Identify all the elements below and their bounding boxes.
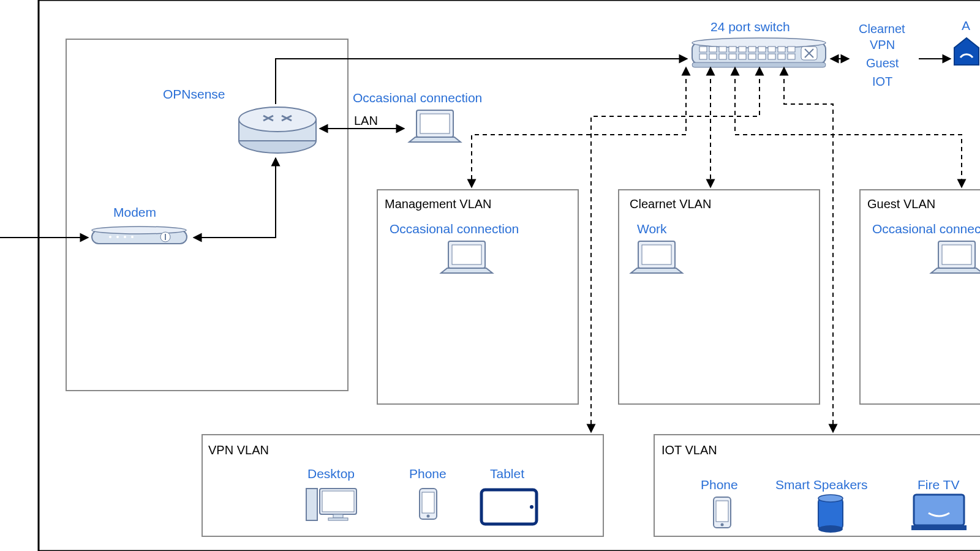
svg-point-2 (109, 236, 111, 238)
svg-point-3 (116, 236, 119, 238)
svg-point-4 (124, 236, 126, 238)
svg-rect-46 (333, 514, 343, 518)
svg-point-50 (427, 515, 430, 518)
svg-rect-59 (914, 495, 964, 525)
svg-rect-28 (739, 54, 746, 59)
laptop-icon-clearnet (631, 241, 682, 273)
svg-rect-16 (719, 47, 726, 52)
switch-icon (692, 38, 826, 67)
tablet-label: Tablet (490, 467, 524, 481)
ap-label: A (962, 18, 970, 33)
clearnet-vlan-title: Clearnet VLAN (630, 197, 711, 211)
laptop-icon-lan (409, 110, 461, 142)
svg-rect-40 (642, 245, 671, 264)
trunk-0: Clearnet (859, 22, 905, 36)
access-point-icon (954, 38, 979, 65)
svg-rect-32 (778, 54, 785, 59)
occ-lan-label: Occasional connection (353, 91, 482, 105)
svg-rect-14 (699, 47, 707, 52)
router-icon (239, 107, 316, 153)
phone-vpn-label: Phone (409, 467, 447, 481)
svg-rect-47 (328, 518, 348, 520)
svg-rect-23 (788, 47, 795, 52)
tv-icon (911, 495, 967, 530)
opnsense-label: OPNsense (163, 87, 225, 102)
laptop-icon-guest (931, 241, 980, 273)
edge-switch-mgmt (472, 71, 686, 184)
svg-point-55 (721, 523, 724, 527)
svg-rect-45 (322, 491, 354, 512)
svg-point-1 (92, 227, 186, 234)
svg-rect-30 (758, 54, 766, 59)
desktop-label: Desktop (307, 467, 355, 481)
svg-point-58 (818, 525, 843, 533)
svg-rect-60 (911, 525, 967, 530)
svg-rect-19 (748, 47, 756, 52)
svg-rect-15 (709, 47, 717, 52)
svg-point-5 (131, 236, 134, 238)
mgmt-laptop-label: Occasional connection (390, 222, 519, 236)
edge-switch-guest (735, 71, 962, 184)
svg-rect-51 (481, 490, 537, 524)
phone-icon-vpn (420, 489, 437, 519)
svg-rect-54 (716, 501, 728, 522)
svg-rect-38 (452, 245, 481, 264)
svg-rect-36 (420, 114, 450, 133)
network-diagram: OPNsense Modem Occasional connection LAN… (0, 0, 980, 551)
modem-icon (92, 227, 187, 244)
svg-rect-22 (778, 47, 785, 52)
mgmt-vlan-title: Management VLAN (385, 197, 492, 211)
svg-rect-56 (818, 498, 843, 529)
svg-rect-29 (748, 54, 756, 59)
guest-vlan-title: Guest VLAN (867, 197, 935, 211)
iot-vlan-title: IOT VLAN (662, 443, 717, 457)
speaker-icon (818, 495, 843, 533)
svg-rect-49 (422, 492, 434, 513)
firetv-label: Fire TV (918, 478, 959, 492)
guest-laptop-label: Occasional connection (872, 222, 980, 236)
svg-rect-17 (729, 47, 736, 52)
svg-rect-18 (739, 47, 746, 52)
tablet-icon (481, 490, 537, 524)
laptop-icon-mgmt (441, 241, 492, 273)
svg-rect-24 (699, 54, 707, 59)
trunk-1: VPN (870, 38, 895, 52)
trunk-3: IOT (872, 75, 892, 89)
svg-rect-42 (942, 245, 971, 264)
vpn-vlan-title: VPN VLAN (208, 443, 269, 457)
svg-rect-21 (768, 47, 775, 52)
phone-iot-label: Phone (701, 478, 738, 492)
lan-label: LAN (354, 114, 378, 128)
svg-rect-33 (788, 54, 795, 59)
svg-rect-13 (692, 62, 826, 67)
svg-point-52 (530, 505, 533, 509)
svg-rect-27 (729, 54, 736, 59)
svg-rect-20 (758, 47, 766, 52)
svg-rect-43 (306, 489, 317, 520)
switch-label: 24 port switch (710, 20, 790, 34)
svg-rect-31 (768, 54, 775, 59)
speaker-label: Smart Speakers (775, 478, 868, 492)
svg-point-57 (818, 495, 843, 502)
trunk-2: Guest (866, 56, 899, 70)
svg-point-10 (239, 107, 316, 132)
svg-rect-25 (709, 54, 717, 59)
modem-label: Modem (113, 205, 156, 220)
clearnet-laptop-label: Work (637, 222, 667, 236)
svg-rect-26 (719, 54, 726, 59)
phone-icon-iot (714, 497, 731, 528)
